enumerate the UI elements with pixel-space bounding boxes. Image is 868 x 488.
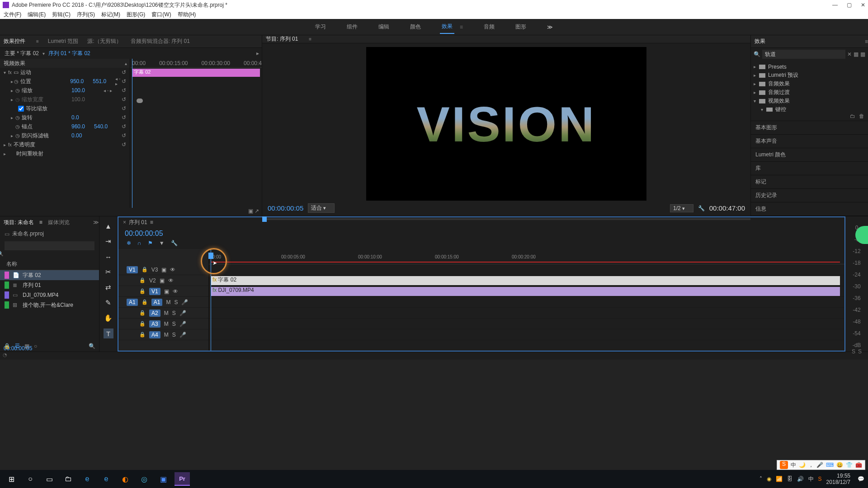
effect-clip-bar[interactable]: 字幕 02 <box>132 69 260 77</box>
stopwatch-icon[interactable]: ◷ <box>15 88 20 94</box>
ime-toolbox-icon[interactable]: 🧰 <box>855 462 862 468</box>
freeform-view-icon[interactable]: ○ <box>34 343 37 349</box>
tray-sogou-icon[interactable]: S <box>818 476 822 482</box>
tree-item-presets[interactable]: ▸Presets <box>751 62 868 71</box>
target-track[interactable]: A3 <box>149 320 160 328</box>
stopwatch-icon[interactable]: ◷ <box>15 124 20 130</box>
close-button[interactable]: ✕ <box>861 2 865 8</box>
tab-program[interactable]: 节目: 序列 01 <box>266 35 298 43</box>
panel-menu-icon[interactable]: ≡ <box>150 219 153 225</box>
anchor-x-value[interactable]: 960.0 <box>71 123 85 130</box>
tray-ime-icon[interactable]: 中 <box>808 475 814 483</box>
program-current-tc[interactable]: 00:00:00:05 <box>268 204 303 212</box>
scale-keyframe-handle[interactable] <box>137 99 143 103</box>
program-preview[interactable]: VISION <box>366 47 646 201</box>
keyframe-nav[interactable]: ◂ ◦ ▸ <box>104 88 112 93</box>
voice-over-icon[interactable]: 🎤 <box>179 332 186 338</box>
workspace-assembly[interactable]: 组件 <box>345 20 359 33</box>
voice-over-icon[interactable]: 🎤 <box>179 321 186 327</box>
position-x-value[interactable]: 950.0 <box>70 78 84 84</box>
timeline-track-v2[interactable]: fx 字幕 02 <box>209 275 844 286</box>
reset-icon[interactable]: ↺ <box>122 141 126 148</box>
lock-icon[interactable]: 🔒 <box>139 288 146 294</box>
tab-project[interactable]: 项目: 未命名 <box>4 219 34 226</box>
reset-icon[interactable]: ↺ <box>122 132 126 139</box>
workspace-audio[interactable]: 音频 <box>482 20 496 33</box>
system-clock[interactable]: 19:55 2018/12/7 <box>826 473 850 486</box>
tree-item-audio-transitions[interactable]: ▸音频过渡 <box>751 88 868 97</box>
playback-res-select[interactable]: 1/2 ▾ <box>670 204 693 212</box>
reset-icon[interactable]: ↺ <box>122 105 126 112</box>
maximize-button[interactable]: ▢ <box>847 2 852 8</box>
time-remap-row[interactable]: ▸ 时间重映射 <box>0 149 130 158</box>
action-center-icon[interactable]: 💬 <box>858 476 864 482</box>
track-header-a3[interactable]: 🔒A3MS🎤 <box>118 319 208 329</box>
effect-playhead[interactable] <box>132 59 132 208</box>
snap-icon[interactable]: ❄ <box>127 240 131 249</box>
ime-moon-icon[interactable]: 🌙 <box>799 462 806 468</box>
menu-file[interactable]: 文件(F) <box>4 11 21 19</box>
ime-lang[interactable]: 中 <box>791 461 796 469</box>
ie-icon[interactable]: e <box>80 472 95 486</box>
track-select-tool[interactable]: ⇥ <box>104 236 113 246</box>
position-y-value[interactable]: 551.0 <box>93 78 106 84</box>
ime-happy-icon[interactable]: 😀 <box>836 462 843 468</box>
app-icon-2[interactable]: ▣ <box>156 472 171 486</box>
panel-menu-icon[interactable]: ≡ <box>39 219 42 225</box>
menu-graphics[interactable]: 图形(G) <box>127 11 145 19</box>
workspace-graphics[interactable]: 图形 <box>514 20 528 33</box>
ripple-edit-tool[interactable]: ↔ <box>104 252 113 262</box>
collapsed-history[interactable]: 历史记录 <box>751 189 868 202</box>
anchor-y-value[interactable]: 540.0 <box>94 123 108 130</box>
tab-effects[interactable]: 效果 <box>755 38 765 45</box>
hand-tool[interactable]: ✋ <box>104 313 113 323</box>
menu-clip[interactable]: 剪辑(C) <box>52 11 71 19</box>
collapse-icon[interactable]: ▴ <box>125 61 127 66</box>
twirl-icon[interactable]: ▸ <box>11 133 15 138</box>
timeline-playhead[interactable]: ➤ <box>211 249 211 351</box>
label-swatch[interactable] <box>5 301 9 309</box>
label-swatch[interactable] <box>5 282 9 289</box>
pen-tool[interactable]: ✎ <box>104 298 113 308</box>
target-track[interactable]: A4 <box>149 331 160 338</box>
clip-video[interactable]: fx DJI_0709.MP4 <box>211 287 840 296</box>
delete-icon[interactable]: 🗑 <box>859 113 864 119</box>
scrub-handle[interactable] <box>262 216 267 222</box>
stopwatch-icon[interactable]: ◷ <box>15 133 20 139</box>
track-header-v1[interactable]: 🔒V1▣👁 <box>118 286 208 297</box>
breadcrumb-master[interactable]: 主要 * 字幕 02 <box>5 50 39 57</box>
eye-icon[interactable]: 👁 <box>168 277 174 284</box>
wrench-icon[interactable]: 🔧 <box>698 205 705 211</box>
opacity-row[interactable]: ▸ fx 不透明度 ↺ <box>0 140 130 149</box>
lock-icon[interactable]: 🔒 <box>139 310 146 316</box>
menu-window[interactable]: 窗口(W) <box>151 11 171 19</box>
timeline-track-v1[interactable]: fx DJI_0709.MP4 <box>209 286 844 297</box>
lock-icon[interactable]: 🔒 <box>142 299 148 305</box>
clip-title[interactable]: fx 字幕 02 <box>211 276 840 285</box>
stopwatch-icon[interactable]: ◷ <box>14 79 19 84</box>
type-tool[interactable]: T <box>104 328 113 338</box>
ime-tshirt-icon[interactable]: 👕 <box>846 462 853 468</box>
track-header-a1[interactable]: A1🔒A1MS🎤 <box>118 297 208 308</box>
start-button[interactable]: ⊞ <box>4 472 19 486</box>
overflow-icon[interactable]: ≫ <box>93 219 99 225</box>
mask-icon[interactable]: ▭ <box>14 69 19 75</box>
marker-icon[interactable]: ▼ <box>159 240 165 249</box>
workspace-effects[interactable]: 效果 <box>440 20 454 34</box>
project-column-name[interactable]: 名称 <box>0 258 99 270</box>
toggle-output-icon[interactable]: ▣ <box>161 267 166 273</box>
add-marker-icon[interactable]: ⚑ <box>148 240 153 249</box>
razor-tool[interactable]: ✂ <box>104 267 113 277</box>
collapsed-info[interactable]: 信息 <box>751 202 868 216</box>
cortana-icon[interactable]: ○ <box>23 472 38 486</box>
breadcrumb-sequence[interactable]: 序列 01 * 字幕 02 <box>48 50 90 57</box>
timeline-track-a2[interactable] <box>209 308 844 319</box>
tray-volume-icon[interactable]: 🔊 <box>797 476 804 482</box>
label-swatch[interactable] <box>5 272 9 279</box>
reset-icon[interactable]: ↺ <box>122 87 126 94</box>
project-item[interactable]: ▭ DJI_0709.MP4 <box>0 290 99 300</box>
task-view-icon[interactable]: ▭ <box>42 472 57 486</box>
stopwatch-icon[interactable]: ◷ <box>15 115 20 121</box>
timeline-ruler[interactable]: 00:00 00:00:05:00 00:00:10:00 00:00:15:0… <box>209 249 844 264</box>
lock-icon[interactable]: 🔒 <box>139 277 146 283</box>
